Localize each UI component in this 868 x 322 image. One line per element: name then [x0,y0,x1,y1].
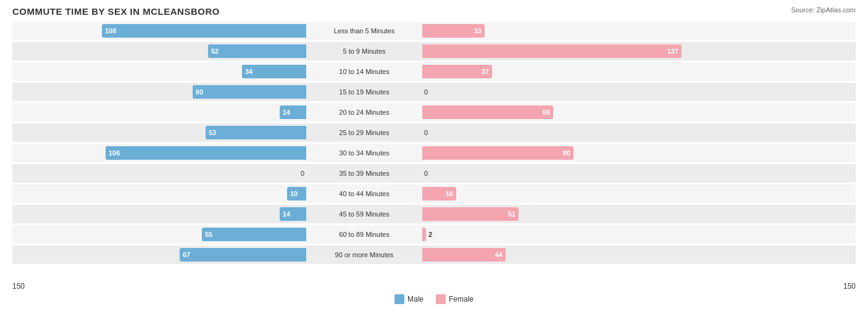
legend-female-box [436,294,446,304]
chart-row: 1040 to 44 Minutes18 [12,184,856,203]
female-bar: 51 [422,207,519,221]
female-zero: 0 [424,88,428,96]
row-label: 15 to 19 Minutes [309,88,420,96]
female-zero: 0 [424,129,428,136]
right-side: 0 [420,88,716,96]
chart-row: 5560 to 89 Minutes2 [12,225,856,244]
chart-row: 108Less than 5 Minutes33 [12,22,856,40]
female-value: 18 [443,190,456,197]
female-bar: 44 [422,248,506,262]
male-value: 14 [280,109,293,116]
male-bar: 10 [287,187,306,200]
chart-row: 10630 to 34 Minutes80 [12,144,856,162]
male-value: 34 [242,68,256,75]
female-value: 33 [471,27,485,35]
right-side: 69 [420,105,716,119]
left-side: 55 [12,228,309,241]
right-side: 0 [420,170,716,177]
male-bar: 67 [180,248,306,262]
left-side: 10 [12,187,309,200]
male-zero: 0 [301,170,304,177]
chart-container: COMMUTE TIME BY SEX IN MCLEANSBORO Sourc… [0,0,868,322]
male-value: 14 [280,210,293,218]
chart-row: 1420 to 24 Minutes69 [12,103,856,122]
female-zero: 0 [424,170,428,177]
chart-row: 6015 to 19 Minutes0 [12,83,856,101]
female-value: 37 [478,68,492,75]
chart-row: 3410 to 14 Minutes37 [12,62,856,81]
left-side: 67 [12,248,309,262]
legend: Male Female [12,294,856,304]
row-label: 60 to 89 Minutes [309,231,420,238]
male-bar: 55 [202,228,306,241]
right-side: 0 [420,129,716,136]
chart-row: 035 to 39 Minutes0 [12,164,856,183]
row-label: 35 to 39 Minutes [309,170,420,177]
chart-row: 6790 or more Minutes44 [12,246,856,264]
male-bar: 108 [102,24,306,38]
male-bar: 106 [106,146,306,160]
legend-female: Female [436,294,474,304]
left-side: 52 [12,44,309,58]
male-value: 52 [208,47,222,55]
left-side: 14 [12,105,309,119]
male-value: 108 [102,27,119,35]
female-value: 137 [664,47,682,55]
male-bar: 14 [280,105,306,119]
female-value: 69 [540,109,553,116]
male-bar: 34 [242,65,306,78]
legend-male: Male [394,294,424,304]
female-bar [422,228,426,241]
row-label: 10 to 14 Minutes [309,68,420,75]
right-side: 44 [420,248,716,262]
source-label: Source: ZipAtlas.com [791,6,856,14]
legend-female-label: Female [449,295,474,303]
chart-row: 1445 to 59 Minutes51 [12,205,856,223]
male-value: 106 [106,149,123,157]
row-label: Less than 5 Minutes [309,27,420,35]
left-side: 14 [12,207,309,221]
right-side: 37 [420,65,716,78]
female-bar: 33 [422,24,485,38]
axis-labels: 150 150 [12,282,856,291]
left-side: 53 [12,126,309,139]
male-value: 53 [206,129,219,136]
male-bar: 14 [280,207,306,221]
right-side: 18 [420,187,716,200]
axis-right-label: 150 [843,282,856,291]
row-label: 5 to 9 Minutes [309,47,420,55]
chart-title: COMMUTE TIME BY SEX IN MCLEANSBORO [12,6,856,17]
legend-male-label: Male [407,295,424,303]
female-bar: 69 [422,105,553,119]
right-side: 137 [420,44,716,58]
bars-area: 108Less than 5 Minutes33525 to 9 Minutes… [12,22,856,281]
row-label: 30 to 34 Minutes [309,149,420,157]
right-side: 80 [420,146,716,160]
male-bar: 53 [206,126,306,139]
male-value: 67 [180,251,193,258]
row-label: 90 or more Minutes [309,251,420,258]
male-value: 55 [202,231,215,238]
row-label: 45 to 59 Minutes [309,210,420,218]
male-value: 60 [193,88,206,96]
left-side: 108 [12,24,309,38]
left-side: 60 [12,85,309,99]
chart-row: 525 to 9 Minutes137 [12,42,856,60]
left-side: 106 [12,146,309,160]
row-label: 25 to 29 Minutes [309,129,420,136]
row-label: 40 to 44 Minutes [309,190,420,197]
row-label: 20 to 24 Minutes [309,109,420,116]
male-value: 10 [287,190,301,197]
female-bar: 80 [422,146,574,160]
female-value: 44 [492,251,506,258]
male-bar: 60 [193,85,306,99]
right-side: 33 [420,24,716,38]
female-bar: 137 [422,44,682,58]
right-side: 51 [420,207,716,221]
legend-male-box [394,294,404,304]
chart-row: 5325 to 29 Minutes0 [12,123,856,142]
female-value: 51 [505,210,519,218]
female-value: 80 [560,149,574,157]
female-value: 2 [428,231,432,238]
male-bar: 52 [208,44,306,58]
